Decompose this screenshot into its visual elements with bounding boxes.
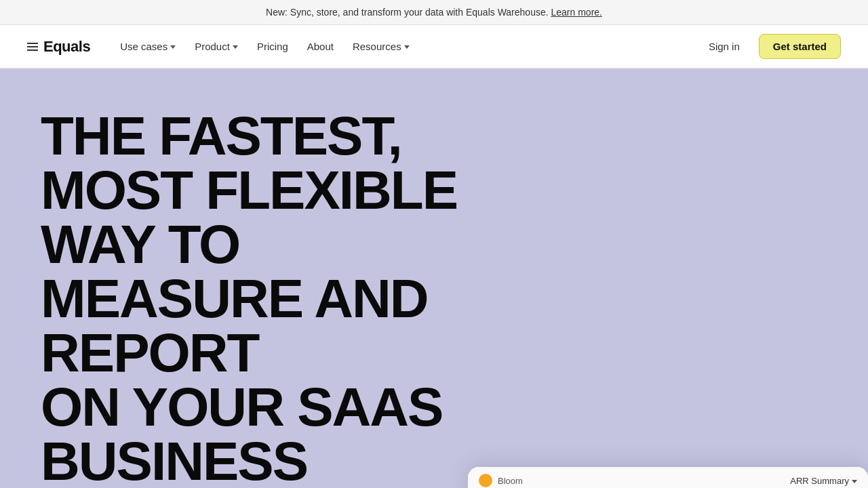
logo-text: Equals: [43, 38, 90, 56]
bloom-label: Bloom: [498, 476, 523, 486]
svg-point-1: [484, 479, 488, 483]
chevron-down-icon: [170, 45, 176, 49]
hero-title: THE FASTEST, MOST FLEXIBLE WAY TO MEASUR…: [41, 109, 461, 488]
card-header-left: Bloom: [479, 474, 523, 487]
announcement-link[interactable]: Learn more.: [551, 7, 601, 18]
chevron-down-icon: [852, 480, 857, 483]
navbar-left: Equals Use cases Product Pricing About R…: [27, 35, 418, 58]
hero-section: THE FASTEST, MOST FLEXIBLE WAY TO MEASUR…: [0, 68, 868, 488]
logo[interactable]: Equals: [27, 38, 90, 56]
hero-content: THE FASTEST, MOST FLEXIBLE WAY TO MEASUR…: [41, 109, 461, 488]
card-header: Bloom ARR Summary: [468, 467, 868, 488]
announcement-text: New: Sync, store, and transform your dat…: [266, 7, 549, 18]
nav-use-cases[interactable]: Use cases: [112, 35, 184, 58]
sign-in-button[interactable]: Sign in: [701, 35, 748, 58]
arr-summary-dropdown[interactable]: ARR Summary: [790, 476, 857, 486]
bloom-icon: [479, 474, 492, 487]
hamburger-icon[interactable]: [27, 43, 38, 51]
nav-resources[interactable]: Resources: [344, 35, 418, 58]
nav-links: Use cases Product Pricing About Resource…: [112, 35, 418, 58]
dashboard-card: Bloom ARR Summary ARR Summary Date Plan …: [468, 467, 868, 488]
get-started-nav-button[interactable]: Get started: [759, 34, 841, 59]
announcement-bar: New: Sync, store, and transform your dat…: [0, 0, 868, 25]
nav-product[interactable]: Product: [186, 35, 246, 58]
chevron-down-icon: [233, 45, 238, 49]
chevron-down-icon: [404, 45, 410, 49]
navbar-right: Sign in Get started: [701, 34, 841, 59]
navbar: Equals Use cases Product Pricing About R…: [0, 25, 868, 68]
nav-pricing[interactable]: Pricing: [249, 35, 296, 58]
nav-about[interactable]: About: [299, 35, 342, 58]
